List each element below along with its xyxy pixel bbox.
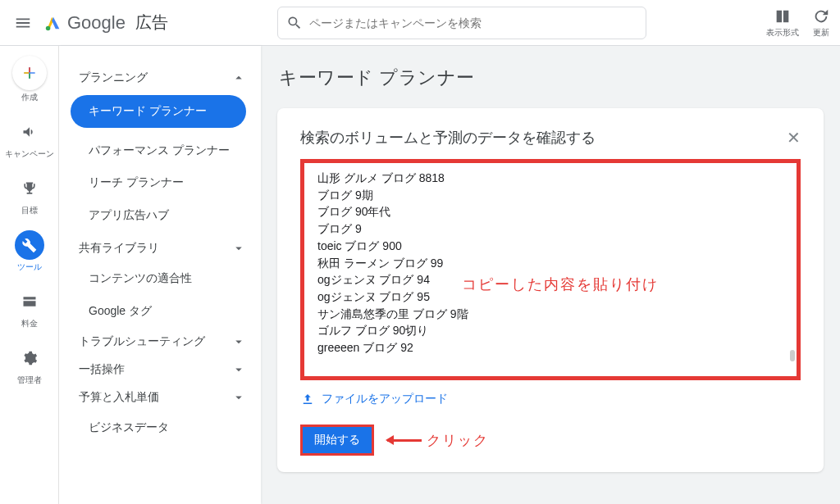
layout-button[interactable]: 表示形式 [766,7,799,39]
keyword-line: ブログ 9期 [317,187,783,204]
side-reach-planner[interactable]: リーチ プランナー [59,166,261,199]
rail-billing[interactable]: 料金 [5,287,54,329]
wrench-icon [15,230,44,260]
keyword-line: 秋田 ラーメン ブログ 99 [317,255,783,272]
keyword-textarea[interactable]: 山形 グルメ ブログ 8818ブログ 9期ブログ 90年代ブログ 9toeic … [300,159,801,380]
keyword-line: greeeen ブログ 92 [317,339,783,356]
keyword-line: ゴルフ ブログ 90切り [317,322,783,339]
side-budgets[interactable]: 予算と入札単価 [59,384,261,411]
gear-icon [15,343,44,373]
side-shared-lib[interactable]: 共有ライブラリ [59,234,261,262]
chevron-down-icon [231,241,246,256]
refresh-button[interactable]: 更新 [812,7,830,39]
annotation-paste: コピーした内容を貼り付け [462,275,659,294]
search-box[interactable] [277,7,646,39]
start-button[interactable]: 開始する [300,425,374,456]
trophy-icon [15,174,44,203]
keyword-line: サン浦島悠季の里 ブログ 9階 [317,306,783,323]
side-biz-data[interactable]: ビジネスデータ [59,411,261,444]
chevron-down-icon [231,362,246,377]
keyword-line: ブログ 9 [317,220,783,238]
keyword-line: ブログ 90年代 [317,203,783,220]
side-troubleshoot[interactable]: トラブルシューティング [59,328,261,356]
logo-product: 広告 [135,11,168,34]
rail-create[interactable]: 作成 [5,56,54,102]
svg-point-0 [46,25,51,30]
menu-icon[interactable] [10,10,36,36]
side-content-suitability[interactable]: コンテンツの適合性 [59,262,261,295]
side-performance-planner[interactable]: パフォーマンス プランナー [59,134,261,167]
side-bulk[interactable]: 一括操作 [59,356,261,384]
chevron-down-icon [231,390,246,405]
search-input[interactable] [309,16,637,30]
side-app-hub[interactable]: アプリ広告ハブ [59,199,261,232]
scrollbar-thumb[interactable] [790,350,795,361]
upload-file[interactable]: ファイルをアップロード [300,392,801,406]
card-title: 検索のボリュームと予測のデータを確認する [300,128,596,148]
rail-campaign[interactable]: キャンペーン [5,117,54,159]
close-icon[interactable]: ✕ [787,128,801,148]
chevron-down-icon [231,334,246,349]
chevron-up-icon [231,70,246,85]
logo-brand: Google [67,12,126,34]
side-google-tag[interactable]: Google タグ [59,295,261,328]
plus-icon [12,56,47,90]
rail-admin[interactable]: 管理者 [5,343,54,385]
keyword-line: toeic ブログ 900 [317,238,783,255]
search-icon [286,15,303,31]
ads-logo-icon [44,14,62,32]
upload-icon [300,392,315,406]
layout-icon [774,7,792,25]
megaphone-icon [15,117,44,147]
page-title: キーワード プランナー [279,66,824,90]
card-icon [15,287,44,316]
side-planning[interactable]: プランニング [59,64,261,92]
keyword-line: 山形 グルメ ブログ 8818 [317,170,783,187]
side-keyword-planner[interactable]: キーワード プランナー [71,95,246,128]
refresh-icon [812,7,830,25]
rail-tools[interactable]: ツール [5,230,54,272]
rail-goal[interactable]: 目標 [5,174,54,216]
logo[interactable]: Google 広告 [44,11,168,34]
annotation-click-arrow: クリック [387,431,489,450]
